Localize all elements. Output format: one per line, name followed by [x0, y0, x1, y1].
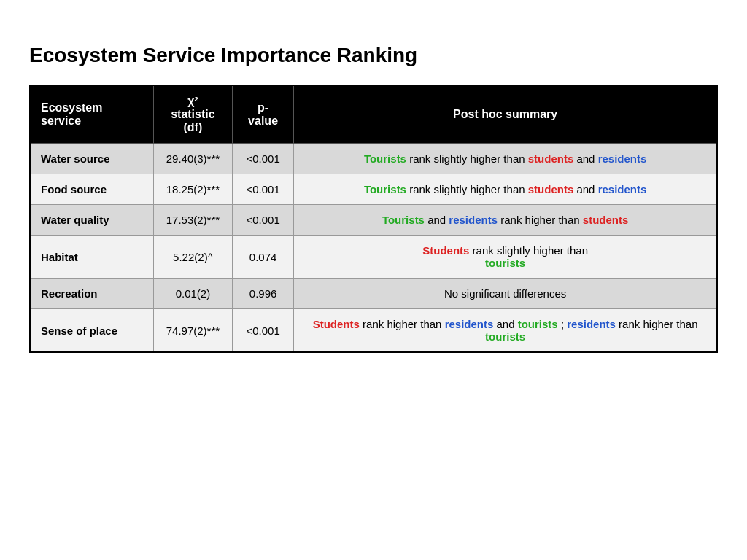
- pvalue-cell: <0.001: [232, 174, 293, 205]
- pvalue-cell: <0.001: [232, 205, 293, 236]
- table-row: Food source 18.25(2)*** <0.001 Tourists …: [30, 174, 717, 205]
- tourists-label: Tourists: [364, 152, 406, 165]
- tourists-label: tourists: [485, 330, 525, 343]
- summary-cell: No significant differences: [294, 279, 717, 309]
- service-cell: Habitat: [30, 236, 153, 279]
- tourists-label: tourists: [518, 318, 558, 330]
- statistic-cell: 5.22(2)^: [153, 236, 232, 279]
- header-ecosystem-service: Ecosystem service: [30, 85, 153, 144]
- tourists-label: Tourists: [382, 214, 425, 226]
- table-row: Recreation 0.01(2) 0.996 No significant …: [30, 279, 717, 309]
- header-chi-statistic: χ² statistic (df): [153, 85, 232, 144]
- pvalue-cell: 0.074: [232, 236, 293, 279]
- students-label: Students: [422, 244, 469, 257]
- summary-cell: Tourists and residents rank higher than …: [294, 205, 717, 236]
- residents-label: residents: [567, 318, 616, 330]
- service-cell: Water quality: [30, 205, 153, 236]
- residents-label: residents: [449, 214, 498, 226]
- table-row: Water source 29.40(3)*** <0.001 Tourists…: [30, 144, 717, 174]
- students-label: students: [583, 214, 629, 226]
- table-row: Water quality 17.53(2)*** <0.001 Tourist…: [30, 205, 717, 236]
- pvalue-cell: 0.996: [232, 279, 293, 309]
- table-row: Habitat 5.22(2)^ 0.074 Students rank sli…: [30, 236, 717, 279]
- table-header-row: Ecosystem service χ² statistic (df) p-va…: [30, 85, 717, 144]
- service-cell: Food source: [30, 174, 153, 205]
- residents-label: residents: [598, 183, 647, 195]
- students-label: students: [528, 152, 574, 165]
- residents-label: residents: [445, 318, 494, 330]
- summary-cell: Tourists rank slightly higher than stude…: [294, 144, 717, 174]
- header-pvalue: p-value: [232, 85, 293, 144]
- summary-cell: Students rank higher than residents and …: [294, 309, 717, 353]
- service-cell: Recreation: [30, 279, 153, 309]
- pvalue-cell: <0.001: [232, 144, 293, 174]
- page-container: Ecosystem Service Importance Ranking Eco…: [29, 44, 718, 353]
- students-label: students: [528, 183, 574, 195]
- ranking-table: Ecosystem service χ² statistic (df) p-va…: [29, 85, 718, 353]
- table-row: Sense of place 74.97(2)*** <0.001 Studen…: [30, 309, 717, 353]
- service-cell: Sense of place: [30, 309, 153, 353]
- pvalue-cell: <0.001: [232, 309, 293, 353]
- summary-cell: Students rank slightly higher than touri…: [294, 236, 717, 279]
- statistic-cell: 74.97(2)***: [153, 309, 232, 353]
- statistic-cell: 0.01(2): [153, 279, 232, 309]
- students-label: Students: [313, 318, 360, 330]
- summary-cell: Tourists rank slightly higher than stude…: [294, 174, 717, 205]
- page-title: Ecosystem Service Importance Ranking: [29, 44, 718, 67]
- tourists-label: tourists: [485, 257, 525, 269]
- header-posthoc: Post hoc summary: [294, 85, 717, 144]
- statistic-cell: 17.53(2)***: [153, 205, 232, 236]
- statistic-cell: 18.25(2)***: [153, 174, 232, 205]
- residents-label: residents: [598, 152, 647, 165]
- tourists-label: Tourists: [364, 183, 406, 195]
- service-cell: Water source: [30, 144, 153, 174]
- statistic-cell: 29.40(3)***: [153, 144, 232, 174]
